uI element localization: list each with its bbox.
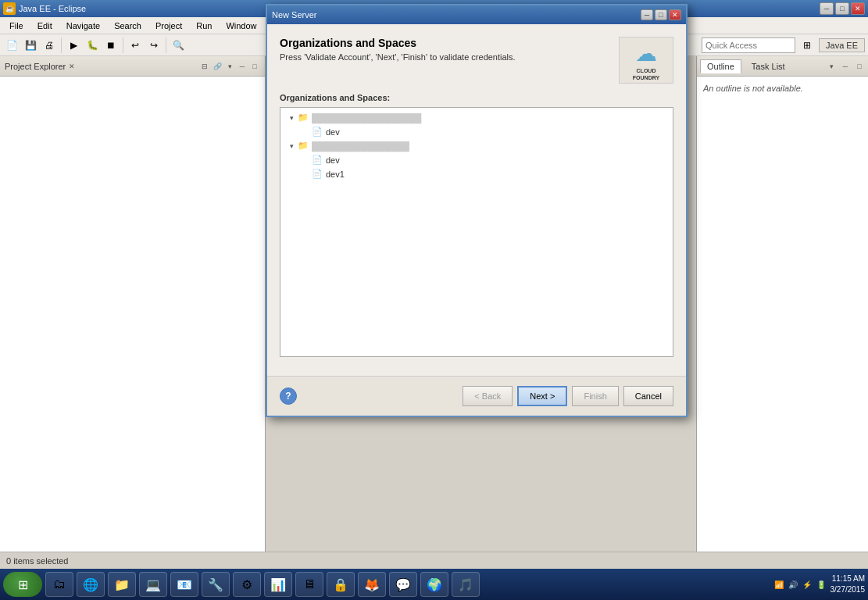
- tab-task-list[interactable]: Task List: [745, 59, 792, 73]
- system-tray: 📶 🔊 ⚡ 🔋: [773, 578, 827, 591]
- maximize-view-button[interactable]: □: [249, 61, 260, 72]
- menu-navigate[interactable]: Navigate: [60, 20, 106, 32]
- save-button[interactable]: 💾: [22, 37, 39, 54]
- start-button[interactable]: ⊞: [3, 572, 42, 597]
- tree-org-2-child-dev[interactable]: 📄 dev: [284, 153, 670, 167]
- open-perspective-button[interactable]: ⊞: [798, 37, 816, 54]
- right-panel-tabs: Outline Task List ▾ ─ □: [697, 56, 868, 77]
- tree-expand-org-2[interactable]: ▾: [287, 141, 296, 151]
- dialog-maximize-button[interactable]: □: [655, 9, 667, 20]
- taskbar-app-5[interactable]: 📧: [170, 572, 198, 597]
- view-menu-button[interactable]: ▾: [224, 61, 235, 72]
- maximize-button[interactable]: □: [835, 2, 849, 15]
- dialog-heading: Organizations and Spaces: [280, 37, 516, 49]
- taskbar-app-13[interactable]: 🌍: [420, 572, 448, 597]
- dialog-minimize-button[interactable]: ─: [641, 9, 653, 20]
- new-server-dialog: New Server ─ □ ✕ Organizations and Space…: [266, 4, 688, 417]
- right-view-menu-button[interactable]: ▾: [826, 61, 837, 72]
- taskbar-app-9[interactable]: 🖥: [295, 572, 323, 597]
- finish-button[interactable]: Finish: [572, 386, 618, 406]
- taskbar-left: ⊞ 🗂 🌐 📁 💻 📧 🔧 ⚙ 📊 🖥 🔒 🦊 💬 🌍 🎵: [3, 572, 480, 597]
- taskbar-app-4[interactable]: 💻: [139, 572, 167, 597]
- taskbar-app-10[interactable]: 🔒: [327, 572, 355, 597]
- dialog-footer: ? < Back Next > Finish Cancel: [267, 376, 686, 416]
- menu-file[interactable]: File: [3, 20, 30, 32]
- dialog-close-button[interactable]: ✕: [669, 9, 681, 20]
- menu-run[interactable]: Run: [190, 20, 218, 32]
- quick-access-area: ⊞ Java EE: [702, 37, 865, 54]
- tree-org-2-child-dev1[interactable]: 📄 dev1: [284, 167, 670, 181]
- footer-left: ?: [280, 388, 297, 405]
- status-text: 0 items selected: [6, 556, 68, 566]
- eclipse-icon: ☕: [3, 2, 16, 15]
- taskbar-app-6[interactable]: 🔧: [202, 572, 230, 597]
- tree-space-icon-3: 📄: [312, 169, 323, 180]
- left-panel: Project Explorer ✕ ⊟ 🔗 ▾ ─ □: [0, 56, 266, 552]
- minimize-view-button[interactable]: ─: [237, 61, 248, 72]
- panel-controls: ⊟ 🔗 ▾ ─ □: [199, 61, 260, 72]
- project-explorer-header: Project Explorer ✕ ⊟ 🔗 ▾ ─ □: [0, 56, 265, 77]
- tree-container[interactable]: ▾ 📁 ██████████████████ 📄 dev ▾ 📁 ███████…: [280, 107, 673, 357]
- taskbar-app-3[interactable]: 📁: [108, 572, 136, 597]
- dialog-body: Organizations and Spaces Press 'Validate…: [267, 24, 686, 370]
- tree-org-1[interactable]: ▾ 📁 ██████████████████: [284, 111, 670, 125]
- footer-buttons: < Back Next > Finish Cancel: [463, 386, 673, 406]
- java-ee-label: Java EE: [826, 41, 858, 50]
- tree-org-2[interactable]: ▾ 📁 ████████████████: [284, 139, 670, 153]
- java-ee-perspective-tab[interactable]: Java EE: [819, 38, 865, 52]
- taskbar-right: 📶 🔊 ⚡ 🔋 11:15 AM 3/27/2015: [773, 573, 866, 595]
- collapse-all-button[interactable]: ⊟: [199, 61, 210, 72]
- dialog-title-bar: New Server ─ □ ✕: [267, 5, 686, 24]
- right-panel: Outline Task List ▾ ─ □ An outline is no…: [696, 56, 868, 552]
- back-button[interactable]: < Back: [463, 386, 513, 406]
- tree-org-2-dev-label: dev: [326, 155, 340, 165]
- cloud-label-2: FOUNDRY: [633, 75, 659, 80]
- tree-expand-org-1[interactable]: ▾: [287, 113, 296, 123]
- tab-outline[interactable]: Outline: [700, 59, 741, 73]
- cloud-icon: ☁: [635, 41, 657, 66]
- next-button[interactable]: Next >: [517, 386, 567, 406]
- tree-org-2-label: ████████████████: [312, 141, 409, 151]
- new-button[interactable]: 📄: [3, 37, 20, 54]
- toolbar-btn-3[interactable]: 🔍: [170, 37, 187, 54]
- print-button[interactable]: 🖨: [41, 37, 58, 54]
- menu-search[interactable]: Search: [108, 20, 148, 32]
- right-minimize-button[interactable]: ─: [840, 61, 851, 72]
- tree-org-1-dev-label: dev: [326, 127, 340, 137]
- taskbar-app-2[interactable]: 🌐: [77, 572, 105, 597]
- menu-edit[interactable]: Edit: [31, 20, 59, 32]
- dialog-title-controls: ─ □ ✕: [641, 9, 681, 20]
- tree-org-1-child-dev[interactable]: 📄 dev: [284, 125, 670, 139]
- cancel-button[interactable]: Cancel: [623, 386, 673, 406]
- taskbar-app-11[interactable]: 🦊: [358, 572, 386, 597]
- debug-button[interactable]: 🐛: [84, 37, 101, 54]
- run-button[interactable]: ▶: [65, 37, 82, 54]
- taskbar-app-14[interactable]: 🎵: [452, 572, 480, 597]
- minimize-button[interactable]: ─: [820, 2, 834, 15]
- dialog-description: Press 'Validate Account', 'Next', 'Finis…: [280, 52, 516, 62]
- toolbar-btn-2[interactable]: ↪: [145, 37, 163, 54]
- clock-date: 3/27/2015: [830, 584, 866, 595]
- menu-window[interactable]: Window: [220, 20, 263, 32]
- tree-folder-icon-2: 📁: [298, 141, 309, 152]
- stop-button[interactable]: ⏹: [102, 37, 120, 54]
- dialog-title: New Server: [272, 10, 316, 20]
- link-editor-button[interactable]: 🔗: [212, 61, 223, 72]
- title-bar-controls: ─ □ ✕: [820, 2, 865, 15]
- project-explorer-close-icon[interactable]: ✕: [69, 62, 75, 70]
- toolbar-btn-1[interactable]: ↩: [127, 37, 144, 54]
- window-title: Java EE - Eclipse: [19, 4, 86, 13]
- project-explorer-title: Project Explorer ✕: [5, 62, 75, 71]
- quick-access-input[interactable]: [702, 38, 795, 53]
- taskbar-app-7[interactable]: ⚙: [233, 572, 261, 597]
- help-button[interactable]: ?: [280, 388, 297, 405]
- tray-icon-4: 🔋: [815, 578, 827, 591]
- right-maximize-button[interactable]: □: [854, 61, 865, 72]
- taskbar-app-8[interactable]: 📊: [264, 572, 292, 597]
- tray-icon-1: 📶: [773, 578, 785, 591]
- menu-project[interactable]: Project: [149, 20, 188, 32]
- status-bar: 0 items selected: [0, 552, 868, 569]
- close-button[interactable]: ✕: [851, 2, 865, 15]
- taskbar-app-1[interactable]: 🗂: [45, 572, 73, 597]
- taskbar-app-12[interactable]: 💬: [389, 572, 417, 597]
